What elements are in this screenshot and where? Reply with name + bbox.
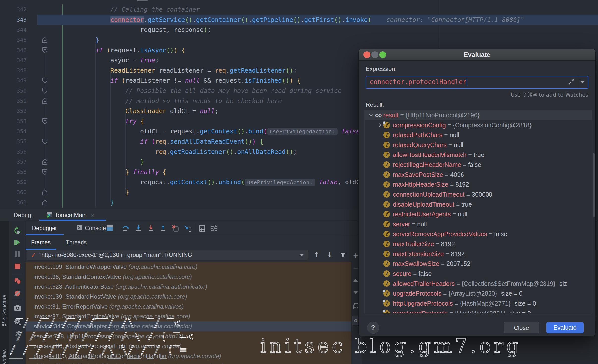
tab-console[interactable]: Console xyxy=(71,221,111,235)
layout-settings-icon[interactable] xyxy=(210,225,218,232)
result-field-row[interactable]: fmaxTrailerSize = 8192 xyxy=(365,239,592,249)
copy-stack-icon[interactable] xyxy=(353,303,359,311)
result-field-row[interactable]: frejectIllegalHeaderName = false xyxy=(365,160,592,170)
scroll-down-icon[interactable] xyxy=(353,291,358,294)
thread-dump-icon[interactable] xyxy=(14,304,21,312)
next-frame-icon[interactable]: ↓ xyxy=(326,251,333,259)
result-field-row[interactable]: fdisableUploadTimeout = true xyxy=(365,199,592,209)
filter-icon[interactable] xyxy=(340,252,347,259)
line-number[interactable]: 343 xyxy=(0,15,27,25)
fold-marker-icon[interactable] xyxy=(42,88,48,95)
force-step-into-icon[interactable] xyxy=(147,225,155,232)
dialog-titlebar[interactable]: Evaluate xyxy=(359,49,595,61)
result-field-row[interactable]: fsecure = false xyxy=(365,269,592,279)
expand-editor-icon[interactable] xyxy=(566,78,577,86)
rerun-icon[interactable] xyxy=(14,227,21,234)
fold-marker-icon[interactable] xyxy=(42,189,48,197)
close-icon[interactable]: × xyxy=(91,212,94,219)
view-breakpoints-icon[interactable] xyxy=(14,277,21,285)
frame-row[interactable]: invoke:199, StandardWrapperValve (org.ap… xyxy=(26,262,351,272)
tab-frames[interactable]: Frames xyxy=(26,235,56,250)
result-field-row[interactable]: fmaxSavePostSize = 4096 xyxy=(365,170,592,180)
code-line-343[interactable]: 343 connector.getService().getContainer(… xyxy=(0,15,598,25)
fold-marker-icon[interactable] xyxy=(42,118,48,126)
step-over-icon[interactable] xyxy=(122,225,129,232)
result-field-row[interactable]: fmaxExtensionSize = 8192 xyxy=(365,249,592,259)
result-field-row[interactable]: fmaxSwallowSize = 2097152 xyxy=(365,259,592,269)
fold-marker-icon[interactable] xyxy=(42,199,48,207)
frame-row[interactable]: invoke:81, ErrorReportValve (org.apache.… xyxy=(26,302,351,312)
tab-debugger[interactable]: Debugger xyxy=(26,221,64,235)
code-line-345[interactable]: 345 } xyxy=(0,35,598,45)
result-field-row[interactable]: fallowHostHeaderMismatch = true xyxy=(365,150,592,160)
line-number[interactable]: 361 xyxy=(0,197,27,208)
line-number[interactable]: 354 xyxy=(0,126,27,136)
line-number[interactable]: 357 xyxy=(0,157,27,167)
line-number[interactable]: 360 xyxy=(0,187,27,197)
expression-input[interactable]: connector.protocolHandler xyxy=(366,76,588,89)
step-out-icon[interactable] xyxy=(159,225,167,232)
add-icon[interactable]: + xyxy=(353,252,358,259)
code-line-344[interactable]: 344 request, response); xyxy=(0,25,598,35)
result-field-row[interactable]: fhttpUpgradeProtocols = {HashMap@2771}si… xyxy=(365,298,592,308)
drop-frame-icon[interactable] xyxy=(172,225,179,232)
layout-menu-icon[interactable] xyxy=(106,225,113,232)
code-line-342[interactable]: 342 // Calling the container xyxy=(0,4,598,15)
step-into-icon[interactable] xyxy=(135,225,142,232)
chevron-down-icon[interactable] xyxy=(300,254,304,256)
stripe-item-favorites[interactable]: Favorites xyxy=(2,349,7,364)
line-number[interactable]: 359 xyxy=(0,177,27,187)
line-number[interactable]: 349 xyxy=(0,76,27,86)
result-field-row[interactable]: fallowedTrailerHeaders = {Collections$Se… xyxy=(365,279,592,288)
line-number[interactable]: 348 xyxy=(0,65,27,76)
tab-threads[interactable]: Threads xyxy=(63,235,90,250)
thread-selector[interactable]: ✓ "http-nio-8080-exec-1"@2,130 in group … xyxy=(27,250,308,260)
result-field-row[interactable]: fupgradeProtocols = {ArrayList@2820}size… xyxy=(365,288,592,298)
fold-marker-icon[interactable] xyxy=(42,47,48,55)
result-field-row[interactable]: fmaxHttpHeaderSize = 8192 xyxy=(365,180,592,189)
line-number[interactable]: 355 xyxy=(0,136,27,147)
help-button[interactable]: ? xyxy=(367,322,379,334)
scroll-up-icon[interactable] xyxy=(353,279,358,282)
evaluate-expression-icon[interactable] xyxy=(199,225,206,232)
result-field-row[interactable]: fcompressionConfig = {CompressionConfig@… xyxy=(365,120,592,130)
fold-marker-icon[interactable] xyxy=(42,78,48,85)
frame-row[interactable]: invoke:96, StandardContextValve (org.apa… xyxy=(26,272,351,282)
pause-icon[interactable] xyxy=(14,251,22,258)
result-field-row[interactable]: fserverRemoveAppProvidedValues = false xyxy=(365,229,592,239)
fold-marker-icon[interactable] xyxy=(42,169,48,177)
frame-row[interactable]: invoke:139, StandardHostValve (org.apach… xyxy=(26,292,351,302)
close-button[interactable]: Close xyxy=(504,322,539,333)
line-number[interactable]: 356 xyxy=(0,147,27,157)
result-field-row[interactable]: fnegotiatedProtocols = {HashMap@2821}siz… xyxy=(365,308,592,313)
fold-marker-icon[interactable] xyxy=(42,37,48,45)
result-field-row[interactable]: fserver = null xyxy=(365,219,592,229)
stripe-item-structure[interactable]: Z: Structure xyxy=(2,295,7,321)
remove-icon[interactable]: − xyxy=(353,265,358,272)
tree-scrollbar[interactable] xyxy=(593,153,595,217)
line-number[interactable]: 358 xyxy=(0,167,27,177)
evaluate-button[interactable]: Evaluate xyxy=(546,322,584,333)
stop-icon[interactable] xyxy=(14,263,22,271)
result-field-row[interactable]: frelaxedPathChars = null xyxy=(365,130,592,140)
line-number[interactable]: 342 xyxy=(0,4,27,15)
previous-frame-icon[interactable]: ↑ xyxy=(313,251,320,259)
line-number[interactable]: 350 xyxy=(0,86,27,96)
run-to-cursor-icon[interactable] xyxy=(184,225,191,232)
expression-history-dropdown[interactable] xyxy=(577,76,588,88)
result-field-row[interactable]: fconnectionUploadTimeout = 300000 xyxy=(365,189,592,199)
resume-icon[interactable] xyxy=(14,239,21,246)
line-number[interactable]: 351 xyxy=(0,96,27,106)
line-number[interactable]: 353 xyxy=(0,116,27,126)
fold-marker-icon[interactable] xyxy=(42,138,48,146)
result-field-row[interactable]: frestrictedUserAgents = null xyxy=(365,209,592,219)
chevron-right-icon[interactable] xyxy=(376,122,383,128)
fold-marker-icon[interactable] xyxy=(42,159,48,166)
line-number[interactable]: 346 xyxy=(0,45,27,55)
result-root-row[interactable]: ooresult = {Http11NioProtocol@2196} xyxy=(365,110,592,120)
session-tab-tomcatmain[interactable]: TomcatMain × xyxy=(39,209,106,221)
frame-row[interactable]: invoke:528, AuthenticatorBase (org.apach… xyxy=(26,282,351,292)
chevron-down-icon[interactable] xyxy=(367,112,375,118)
line-number[interactable]: 352 xyxy=(0,106,27,116)
result-field-row[interactable]: frelaxedQueryChars = null xyxy=(365,140,592,150)
